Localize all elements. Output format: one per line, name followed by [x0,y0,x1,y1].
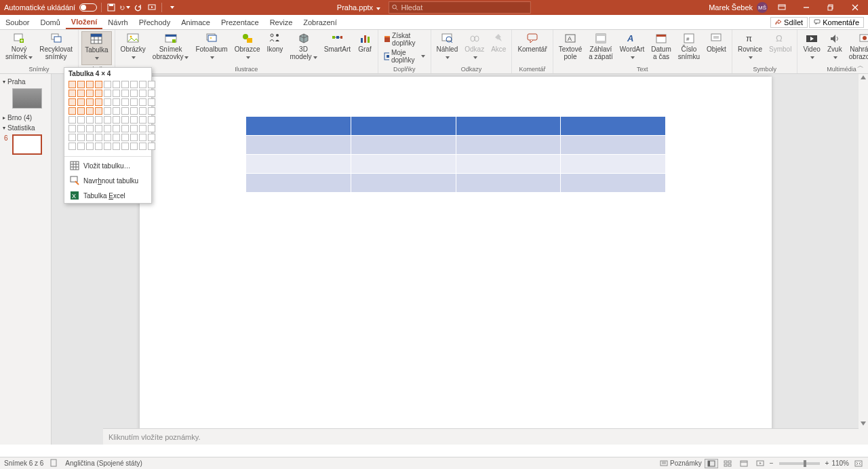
ribbon-display-icon[interactable] [772,0,792,15]
tab-soubor[interactable]: Soubor [0,15,35,29]
minimize-icon[interactable] [796,0,816,15]
grid-cell[interactable] [130,143,138,150]
grid-cell[interactable] [121,98,129,106]
link-button[interactable]: Odkaz [462,31,487,65]
vertical-scrollbar[interactable] [859,74,868,445]
grid-cell[interactable] [113,143,120,150]
get-addins-button[interactable]: Získat doplňky [381,31,427,48]
zoom-out-icon[interactable]: − [770,459,774,467]
share-button[interactable]: Sdílet [770,17,808,28]
slideshow-icon[interactable] [146,2,157,13]
tab-vlozeni[interactable]: Vložení [66,15,103,29]
grid-cell[interactable] [121,134,129,141]
zoom-level[interactable]: 110% [831,459,849,467]
notes-placeholder[interactable]: Kliknutím vložíte poznámky. [103,428,859,445]
screenshot-button[interactable]: Snímekobrazovky [150,31,192,65]
table-button[interactable]: Tabulka [81,31,111,65]
grid-cell[interactable] [104,143,111,150]
grid-cell[interactable] [121,116,129,124]
grid-cell[interactable] [77,81,85,88]
grid-cell[interactable] [113,98,120,106]
qat-customize-icon[interactable] [166,2,177,13]
grid-cell[interactable] [68,107,76,115]
grid-cell[interactable] [86,125,94,132]
section-praha[interactable]: ▾Praha [3,77,48,87]
smartart-button[interactable]: SmartArt [321,31,353,65]
grid-cell[interactable] [77,90,85,97]
grid-cell[interactable] [121,107,129,115]
grid-cell[interactable] [104,134,111,141]
tab-animace[interactable]: Animace [176,15,216,29]
slide-canvas[interactable]: Kliknutím vložíte poznámky. [52,74,868,445]
new-slide-button[interactable]: Nový snímek [3,31,35,65]
spellcheck-icon[interactable] [50,459,58,468]
grid-cell[interactable] [68,134,76,141]
wordart-button[interactable]: AWordArt [617,31,648,65]
grid-cell[interactable] [148,134,155,141]
table-size-grid[interactable] [64,79,151,155]
symbol-button[interactable]: ΩSymbol [766,31,794,65]
grid-cell[interactable] [130,107,138,115]
grid-cell[interactable] [104,81,111,88]
grid-cell[interactable] [113,134,120,141]
slide-thumbnail-panel[interactable]: ▾Praha ▸Brno (4) ▾Statistika 6 [0,74,52,445]
chart-button[interactable]: Graf [355,31,375,65]
user-avatar[interactable]: MŠ [757,2,768,13]
grid-cell[interactable] [130,125,138,132]
tab-prechody[interactable]: Přechody [134,15,176,29]
date-time-button[interactable]: Datuma čas [648,31,673,65]
insert-table-item[interactable]: Vložit tabulku… [64,158,151,173]
grid-cell[interactable] [95,107,102,115]
search-input[interactable] [401,3,528,12]
slideshow-view-icon[interactable] [753,459,767,468]
grid-cell[interactable] [104,107,111,115]
tab-prezentace[interactable]: Prezentace [216,15,264,29]
undo-icon[interactable] [119,2,130,13]
grid-cell[interactable] [95,143,102,150]
shapes-button[interactable]: Obrazce [232,31,263,65]
search-box[interactable] [389,1,531,14]
screen-recording-button[interactable]: Nahrávkaobrazovky [846,31,868,65]
grid-cell[interactable] [77,134,85,141]
grid-cell[interactable] [139,107,146,115]
collapse-ribbon-icon[interactable]: ︿ [857,61,864,71]
language-label[interactable]: Angličtina (Spojené státy) [65,459,142,467]
grid-cell[interactable] [113,116,120,124]
reading-view-icon[interactable] [737,459,751,468]
draw-table-item[interactable]: Navrhnout tabulku [64,173,151,188]
grid-cell[interactable] [95,81,102,88]
close-icon[interactable] [845,0,865,15]
grid-cell[interactable] [121,143,129,150]
textbox-button[interactable]: ATextovépole [556,31,585,65]
zoom-button[interactable]: Náhled [434,31,461,65]
video-button[interactable]: Video [800,31,823,65]
restore-icon[interactable] [821,0,841,15]
recycle-slides-button[interactable]: Recyklovat snímky [37,31,75,65]
grid-cell[interactable] [130,98,138,106]
grid-cell[interactable] [104,125,111,132]
grid-cell[interactable] [68,90,76,97]
grid-cell[interactable] [139,90,146,97]
grid-cell[interactable] [148,81,155,88]
grid-cell[interactable] [86,116,94,124]
photoalbum-button[interactable]: Fotoalbum [193,31,230,65]
notes-toggle[interactable]: Poznámky [660,459,702,467]
equation-button[interactable]: πRovnice [735,31,765,65]
grid-cell[interactable] [113,107,120,115]
grid-cell[interactable] [68,143,76,150]
slide-thumbnail[interactable] [12,88,42,109]
grid-cell[interactable] [104,90,111,97]
action-button[interactable]: Akce [488,31,509,65]
grid-cell[interactable] [148,98,155,106]
audio-button[interactable]: Zvuk [825,31,845,65]
grid-cell[interactable] [95,125,102,132]
grid-cell[interactable] [139,98,146,106]
3d-models-button[interactable]: 3Dmodely [287,31,319,65]
normal-view-icon[interactable] [705,459,718,468]
grid-cell[interactable] [104,116,111,124]
sorter-view-icon[interactable] [721,459,734,468]
grid-cell[interactable] [113,125,120,132]
grid-cell[interactable] [148,90,155,97]
grid-cell[interactable] [77,98,85,106]
save-icon[interactable] [106,2,117,13]
